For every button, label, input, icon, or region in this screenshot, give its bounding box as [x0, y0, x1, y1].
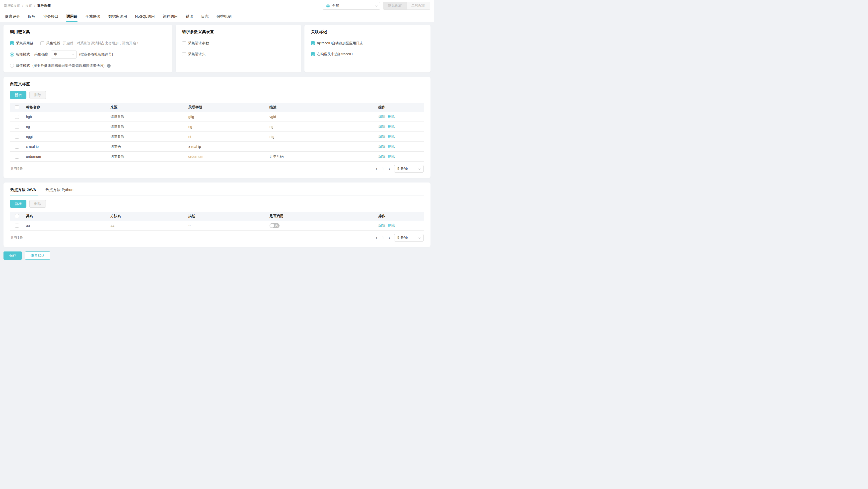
row-checkbox[interactable] [15, 115, 19, 119]
row-checkbox[interactable] [15, 135, 19, 139]
tab-health-score[interactable]: 健康评分 [1, 11, 24, 22]
edit-link[interactable]: 编辑 [378, 154, 385, 158]
add-method-button[interactable]: 新增 [10, 200, 26, 208]
hot-methods-card: 热点方法-JAVA 热点方法-Python 新增 删除 类名 方法名 描述 是否… [3, 183, 431, 247]
page-number[interactable]: 1 [381, 167, 385, 171]
tab-logs[interactable]: 日志 [197, 11, 213, 22]
column-header-enabled: 是否启用 [268, 214, 376, 218]
row-checkbox[interactable] [15, 145, 19, 149]
traceid-header-checkbox[interactable]: 在响应头中追加traceID [311, 52, 352, 57]
topbar: 部署&设置 / 设置 / 业务采集 全局 默认配置 单独配置 [0, 0, 434, 11]
column-header-class: 类名 [24, 214, 108, 218]
edit-link[interactable]: 编辑 [378, 144, 385, 149]
table-header: 标签名称 来源 关联字段 描述 操作 [10, 103, 424, 112]
config-mode-group: 默认配置 单独配置 [383, 2, 430, 10]
custom-tags-toolbar: 新增 删除 [10, 91, 424, 99]
reset-default-button[interactable]: 恢复默认 [25, 252, 50, 260]
page-size-select[interactable]: 5 条/页 [394, 165, 424, 172]
edit-link[interactable]: 编辑 [378, 115, 385, 119]
tab-business-api[interactable]: 业务接口 [39, 11, 62, 22]
hot-methods-toolbar: 新增 删除 [10, 200, 424, 208]
select-all-checkbox[interactable] [15, 214, 19, 218]
info-icon[interactable]: i [107, 64, 111, 68]
total-count: 共有5条 [10, 167, 23, 171]
column-header-actions: 操作 [376, 105, 424, 109]
delete-link[interactable]: 删除 [388, 223, 395, 227]
traceid-log-row: 将traceID自动追加至应用日志 [311, 41, 424, 45]
default-config-button[interactable]: 默认配置 [383, 2, 407, 10]
edit-link[interactable]: 编辑 [378, 223, 385, 227]
row-checkbox[interactable] [15, 155, 19, 159]
delete-link[interactable]: 删除 [388, 125, 395, 128]
tab-errors[interactable]: 错误 [182, 11, 197, 22]
collect-headers-checkbox[interactable]: 采集请求头 [182, 52, 206, 57]
next-page-button[interactable]: › [388, 167, 391, 171]
delete-link[interactable]: 删除 [388, 134, 395, 138]
tab-label: 全栈快照 [86, 14, 100, 19]
edit-link[interactable]: 编辑 [378, 134, 385, 138]
prev-page-button[interactable]: ‹ [375, 235, 378, 240]
tab-hot-methods-python[interactable]: 热点方法-Python [45, 187, 74, 195]
breadcrumb-item-settings[interactable]: 设置 [25, 3, 32, 8]
hot-methods-tabs: 热点方法-JAVA 热点方法-Python [10, 187, 424, 195]
tab-trace[interactable]: 调用链 [62, 11, 82, 22]
select-all-checkbox[interactable] [15, 105, 19, 109]
main-tabs: 健康评分 服务 业务接口 调用链 全栈快照 数据库调用 NoSQL调用 远程调用… [0, 11, 434, 22]
traceid-log-checkbox[interactable]: 将traceID自动追加至应用日志 [311, 41, 363, 45]
next-page-button[interactable]: › [388, 235, 391, 240]
row-checkbox[interactable] [15, 224, 19, 228]
checkbox-unchecked-icon [40, 41, 44, 45]
radio-unselected-icon [10, 64, 14, 68]
page-size-select[interactable]: 5 条/页 [394, 234, 424, 241]
tab-protection[interactable]: 保护机制 [213, 11, 236, 22]
tab-services[interactable]: 服务 [24, 11, 39, 22]
separate-config-button[interactable]: 单独配置 [407, 2, 430, 10]
custom-tags-table: 标签名称 来源 关联字段 描述 操作 hgb 请求参数 gffg vgfd 编辑… [10, 103, 424, 162]
tab-label: 日志 [201, 14, 209, 19]
tab-remote-calls[interactable]: 远程调用 [159, 11, 182, 22]
enabled-toggle[interactable]: 关 [270, 223, 280, 228]
cell-source: 请求参数 [108, 134, 186, 139]
prev-page-button[interactable]: ‹ [375, 167, 378, 171]
page-size-value: 5 条/页 [397, 167, 408, 171]
collect-params-checkbox[interactable]: 采集请求参数 [182, 41, 209, 45]
threshold-mode-radio[interactable]: 阈值模式 [10, 64, 30, 68]
tab-full-snapshot[interactable]: 全栈快照 [82, 11, 104, 22]
card-title: 请求参数采集设置 [182, 29, 295, 35]
scope-select[interactable]: 全局 [322, 2, 380, 10]
smart-mode-radio[interactable]: 智能模式 [10, 52, 30, 57]
tab-db-calls[interactable]: 数据库调用 [104, 11, 131, 22]
breadcrumb-item-deploy-settings[interactable]: 部署&设置 [4, 3, 20, 8]
pagination: ‹ 1 › 5 条/页 [375, 165, 424, 172]
tab-label: NoSQL调用 [135, 14, 155, 19]
tab-label: 保护机制 [217, 14, 231, 19]
cell-field: nt [186, 135, 268, 139]
cell-field: ng [186, 125, 268, 129]
total-count: 共有1条 [10, 235, 23, 240]
strength-select-value: 中 [54, 52, 58, 57]
save-button[interactable]: 保存 [3, 252, 22, 260]
cell-desc: ng [268, 125, 376, 129]
checkbox-checked-icon [311, 41, 315, 45]
delete-link[interactable]: 删除 [388, 154, 395, 158]
tab-label: 服务 [28, 14, 35, 19]
checkbox-checked-icon [10, 41, 14, 45]
tab-nosql-calls[interactable]: NoSQL调用 [131, 11, 159, 22]
strength-select[interactable]: 中 [51, 51, 77, 59]
column-header-desc: 描述 [186, 214, 268, 218]
settings-cards-row: 调用链采集 采集调用链 采集堆栈 开启后，对系统资源消耗占比会增加，谨慎开启！ [3, 25, 431, 72]
edit-link[interactable]: 编辑 [378, 125, 385, 128]
card-title: 关联标记 [311, 29, 424, 35]
tab-hot-methods-java[interactable]: 热点方法-JAVA [10, 187, 37, 195]
row-checkbox[interactable] [15, 125, 19, 129]
collect-stack-checkbox[interactable]: 采集堆栈 [40, 41, 60, 45]
collect-trace-checkbox[interactable]: 采集调用链 [10, 41, 33, 45]
delete-tag-button[interactable]: 删除 [29, 91, 46, 99]
tab-label: 远程调用 [163, 14, 178, 19]
delete-method-button[interactable]: 删除 [29, 200, 46, 208]
page-number[interactable]: 1 [381, 236, 385, 240]
correlation-card: 关联标记 将traceID自动追加至应用日志 在响应头中追加traceID [305, 25, 431, 72]
delete-link[interactable]: 删除 [388, 115, 395, 119]
add-tag-button[interactable]: 新增 [10, 91, 26, 99]
delete-link[interactable]: 删除 [388, 144, 395, 149]
